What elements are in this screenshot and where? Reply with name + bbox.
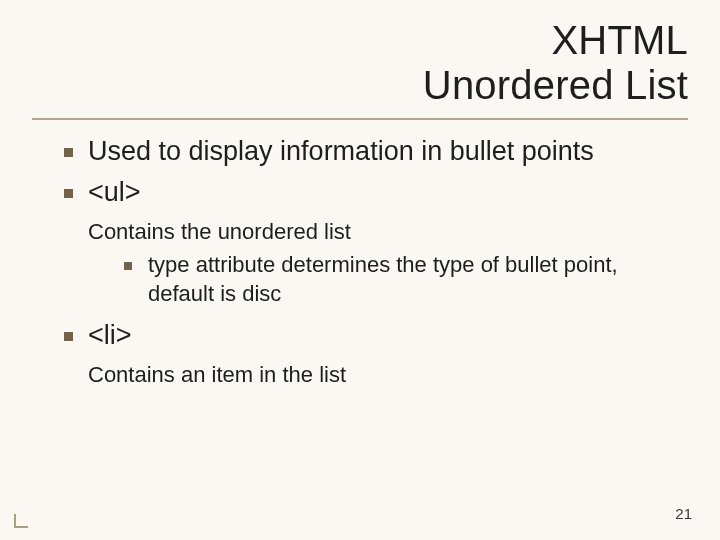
bullet-item: <ul> (40, 175, 680, 211)
square-bullet-icon (64, 189, 73, 198)
title-divider (32, 118, 688, 120)
square-bullet-icon (124, 262, 132, 270)
sub-text: Contains the unordered list (40, 217, 680, 246)
slide: XHTML Unordered List Used to display inf… (0, 0, 720, 540)
sub-text: Contains an item in the list (40, 360, 680, 389)
nested-bullet-text: type attribute determines the type of bu… (148, 250, 680, 308)
square-bullet-icon (64, 332, 73, 341)
slide-body: Used to display information in bullet po… (32, 134, 688, 389)
page-number: 21 (675, 505, 692, 522)
bullet-item: <li> (40, 318, 680, 354)
square-bullet-icon (64, 148, 73, 157)
bullet-text: Used to display information in bullet po… (88, 134, 680, 170)
bullet-text: <ul> (88, 175, 680, 211)
bullet-text: <li> (88, 318, 680, 354)
corner-ornament-icon (14, 514, 28, 528)
slide-title: XHTML Unordered List (32, 18, 688, 108)
bullet-item: Used to display information in bullet po… (40, 134, 680, 170)
title-line-1: XHTML (551, 18, 688, 62)
nested-bullet-item: type attribute determines the type of bu… (40, 250, 680, 308)
title-line-2: Unordered List (423, 63, 688, 107)
